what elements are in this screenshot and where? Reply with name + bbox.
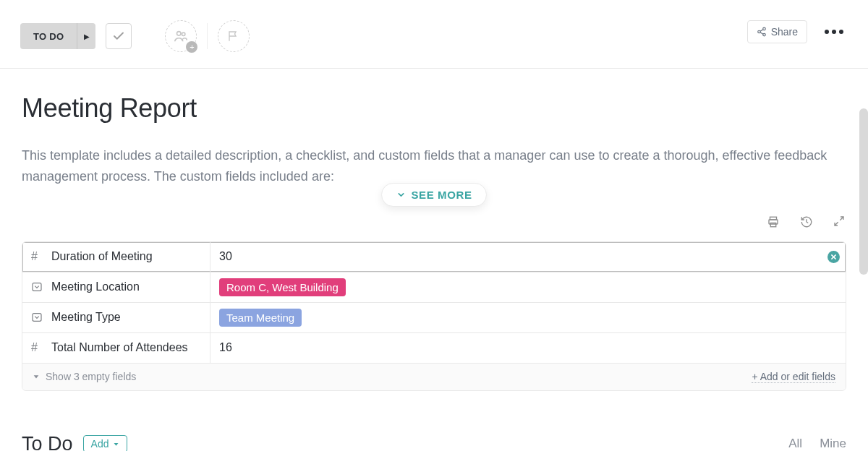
number-icon: #: [31, 250, 44, 263]
svg-point-2: [762, 27, 765, 30]
number-icon: #: [31, 341, 44, 354]
printer-icon: [767, 215, 780, 228]
field-label: Meeting Type: [22, 303, 210, 332]
svg-rect-9: [770, 223, 776, 226]
see-more-button[interactable]: SEE MORE: [381, 183, 488, 207]
filter-mine[interactable]: Mine: [820, 437, 846, 451]
svg-line-11: [835, 222, 838, 226]
filter-all[interactable]: All: [788, 437, 802, 451]
todo-filters: All Mine: [788, 437, 846, 451]
chevron-down-icon: [396, 190, 406, 199]
divider: [207, 23, 208, 49]
caret-down-icon: [33, 373, 40, 380]
add-edit-fields-link[interactable]: + Add or edit fields: [752, 371, 835, 383]
status-next-button[interactable]: ▶: [77, 23, 95, 49]
location-tag[interactable]: Room C, West Building: [219, 278, 346, 296]
expand-icon: [833, 215, 845, 227]
x-icon: [830, 254, 837, 260]
field-value[interactable]: Room C, West Building: [210, 272, 846, 302]
dropdown-icon: [31, 312, 44, 323]
svg-point-3: [757, 30, 760, 33]
top-bar-left: TO DO ▶ +: [20, 20, 250, 52]
share-icon: [757, 27, 767, 37]
expand-button[interactable]: [833, 215, 845, 231]
top-bar: TO DO ▶ + Share: [0, 0, 868, 69]
status-button[interactable]: TO DO: [20, 23, 77, 49]
action-icons: [22, 215, 845, 231]
svg-point-1: [182, 33, 185, 35]
history-button[interactable]: [800, 215, 813, 231]
check-icon: [112, 30, 125, 43]
show-empty-fields-button[interactable]: Show 3 empty fields: [33, 371, 136, 382]
svg-rect-15: [33, 314, 41, 322]
scrollbar-thumb[interactable]: [859, 108, 868, 275]
svg-line-6: [760, 33, 763, 34]
caret-down-icon: [113, 441, 119, 447]
content-area: Meeting Report This template includes a …: [0, 69, 868, 451]
field-name: Duration of Meeting: [51, 250, 153, 263]
custom-fields-table: # Duration of Meeting Meeting Location R…: [22, 241, 846, 391]
field-value[interactable]: Team Meeting: [210, 303, 846, 332]
field-label: Meeting Location: [22, 272, 210, 302]
page-description: This template includes a detailed descri…: [22, 145, 832, 187]
meeting-type-tag[interactable]: Team Meeting: [219, 309, 302, 327]
show-empty-label: Show 3 empty fields: [46, 371, 136, 382]
print-button[interactable]: [767, 215, 780, 231]
svg-point-4: [762, 33, 765, 36]
page-title[interactable]: Meeting Report: [22, 93, 846, 124]
attendees-value: 16: [219, 341, 232, 354]
field-label: # Total Number of Attendees: [22, 333, 210, 363]
svg-marker-16: [34, 375, 39, 378]
dropdown-icon: [31, 281, 44, 293]
complete-button[interactable]: [106, 23, 132, 49]
dot-icon: [825, 30, 829, 34]
play-icon: ▶: [84, 33, 90, 40]
clear-button[interactable]: [827, 251, 840, 263]
share-label: Share: [771, 26, 798, 38]
fields-footer: Show 3 empty fields + Add or edit fields: [22, 364, 846, 390]
dot-icon: [832, 30, 836, 34]
more-menu-button[interactable]: [820, 25, 848, 38]
svg-line-10: [840, 217, 843, 220]
svg-rect-14: [33, 283, 41, 291]
people-icon: [173, 28, 189, 44]
field-row-duration[interactable]: # Duration of Meeting: [22, 242, 846, 272]
dot-icon: [839, 30, 843, 34]
assignees-button[interactable]: +: [165, 20, 197, 52]
plus-icon: +: [186, 41, 197, 53]
field-name: Meeting Location: [51, 280, 140, 293]
share-button[interactable]: Share: [747, 20, 807, 43]
field-row-attendees[interactable]: # Total Number of Attendees 16: [22, 333, 846, 364]
flag-icon: [227, 30, 240, 43]
status-group: TO DO ▶: [20, 23, 95, 49]
field-label: # Duration of Meeting: [22, 242, 210, 272]
field-name: Meeting Type: [51, 311, 121, 324]
field-value[interactable]: 16: [210, 333, 846, 363]
priority-button[interactable]: [218, 20, 250, 52]
history-icon: [800, 215, 813, 228]
see-more-label: SEE MORE: [412, 189, 472, 201]
field-name: Total Number of Attendees: [51, 341, 188, 354]
field-value[interactable]: [210, 242, 846, 272]
add-label: Add: [91, 438, 109, 450]
add-task-button[interactable]: Add: [83, 435, 128, 451]
svg-point-0: [177, 32, 182, 36]
svg-marker-17: [114, 443, 119, 446]
field-row-meeting-type[interactable]: Meeting Type Team Meeting: [22, 303, 846, 333]
top-bar-right: Share: [747, 20, 848, 43]
svg-line-5: [760, 30, 763, 31]
duration-input[interactable]: [219, 250, 837, 263]
todo-heading: To Do: [22, 433, 73, 451]
todo-section: To Do Add All Mine: [22, 433, 846, 451]
field-row-location[interactable]: Meeting Location Room C, West Building: [22, 272, 846, 303]
